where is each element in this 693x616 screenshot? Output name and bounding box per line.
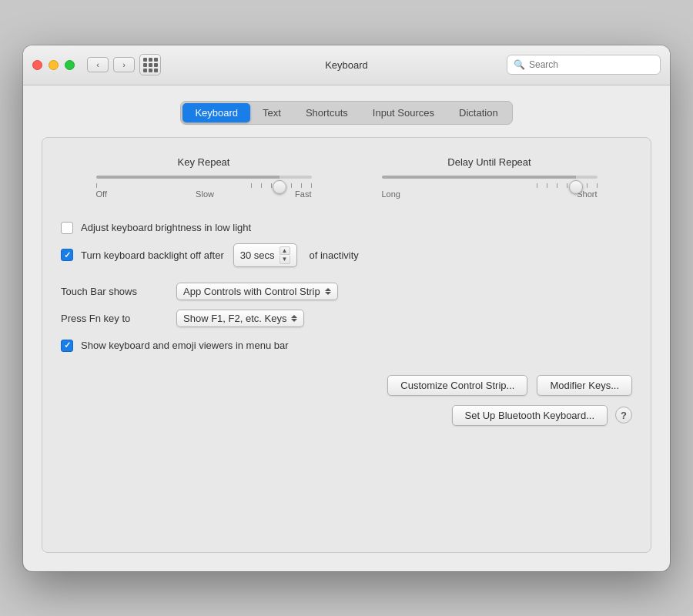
touch-bar-select[interactable]: App Controls with Control Strip bbox=[176, 283, 338, 300]
backlight-row: Turn keyboard backlight off after 30 sec… bbox=[61, 243, 632, 267]
backlight-control: 30 secs ▲ ▼ of inactivity bbox=[233, 243, 359, 267]
options-section: Touch Bar shows App Controls with Contro… bbox=[61, 283, 632, 327]
delay-repeat-group: Delay Until Repeat bbox=[382, 156, 598, 199]
fn-key-arrow bbox=[291, 315, 297, 322]
customize-control-strip-button[interactable]: Customize Control Strip... bbox=[387, 375, 527, 396]
tick bbox=[271, 183, 272, 188]
fn-key-select[interactable]: Show F1, F2, etc. Keys bbox=[176, 310, 304, 327]
tick bbox=[311, 183, 312, 188]
emoji-row: Show keyboard and emoji viewers in menu … bbox=[61, 340, 632, 352]
sliders-section: Key Repeat bbox=[61, 156, 632, 199]
tab-group: Keyboard Text Shortcuts Input Sources Di… bbox=[180, 101, 512, 125]
tick bbox=[251, 183, 252, 188]
inactivity-label: of inactivity bbox=[310, 249, 359, 261]
brightness-row: Adjust keyboard brightness in low light bbox=[61, 222, 632, 234]
content-area: Keyboard Text Shortcuts Input Sources Di… bbox=[23, 85, 670, 571]
modifier-keys-button[interactable]: Modifier Keys... bbox=[537, 375, 632, 396]
backlight-label: Turn keyboard backlight off after bbox=[81, 249, 224, 261]
tick bbox=[557, 183, 557, 188]
search-box[interactable]: 🔍 bbox=[507, 55, 661, 75]
fn-key-label: Press Fn key to bbox=[61, 313, 169, 324]
window-title: Keyboard bbox=[325, 59, 368, 71]
settings-panel: Key Repeat bbox=[42, 137, 651, 553]
backlight-timeout-value: 30 secs bbox=[240, 249, 275, 261]
tick bbox=[597, 183, 598, 188]
key-repeat-track bbox=[96, 176, 312, 179]
touch-bar-value: App Controls with Control Strip bbox=[183, 286, 320, 297]
brightness-checkbox[interactable] bbox=[61, 222, 73, 234]
key-repeat-slider-wrapper: Off Slow Fast bbox=[96, 176, 312, 199]
forward-button[interactable]: › bbox=[113, 57, 135, 72]
key-repeat-thumb[interactable] bbox=[273, 180, 286, 194]
backlight-checkbox[interactable] bbox=[61, 249, 73, 261]
tab-dictation[interactable]: Dictation bbox=[447, 103, 511, 122]
search-icon: 🔍 bbox=[514, 59, 525, 70]
key-repeat-fast-label: Fast bbox=[295, 189, 311, 199]
delay-repeat-long-label: Long bbox=[382, 189, 400, 199]
tick bbox=[587, 183, 588, 188]
maximize-button[interactable] bbox=[65, 60, 75, 70]
delay-repeat-track bbox=[382, 176, 598, 179]
arrow-up-icon bbox=[291, 315, 297, 318]
back-button[interactable]: ‹ bbox=[87, 57, 109, 72]
bottom-row-1: Customize Control Strip... Modifier Keys… bbox=[61, 375, 632, 396]
tick bbox=[96, 183, 97, 188]
tab-keyboard[interactable]: Keyboard bbox=[182, 103, 250, 122]
tick bbox=[547, 183, 547, 188]
tick bbox=[301, 183, 302, 188]
tick bbox=[291, 183, 292, 188]
setup-bluetooth-button[interactable]: Set Up Bluetooth Keyboard... bbox=[452, 405, 608, 426]
tab-text[interactable]: Text bbox=[250, 103, 293, 122]
close-button[interactable] bbox=[32, 60, 42, 70]
tab-input-sources[interactable]: Input Sources bbox=[360, 103, 447, 122]
backlight-stepper[interactable]: 30 secs ▲ ▼ bbox=[233, 243, 297, 267]
arrow-down-icon bbox=[325, 292, 331, 295]
stepper-up-button[interactable]: ▲ bbox=[280, 246, 290, 255]
fn-key-value: Show F1, F2, etc. Keys bbox=[183, 313, 286, 324]
minimize-button[interactable] bbox=[49, 60, 59, 70]
traffic-lights bbox=[32, 60, 75, 70]
stepper-down-button[interactable]: ▼ bbox=[280, 256, 290, 264]
touch-bar-row: Touch Bar shows App Controls with Contro… bbox=[61, 283, 632, 300]
titlebar: ‹ › Keyboard 🔍 bbox=[23, 45, 670, 85]
key-repeat-slow-label: Slow bbox=[196, 189, 214, 199]
touch-bar-label: Touch Bar shows bbox=[61, 286, 169, 297]
bottom-area: Customize Control Strip... Modifier Keys… bbox=[61, 375, 632, 426]
tick bbox=[261, 183, 262, 188]
brightness-label: Adjust keyboard brightness in low light bbox=[81, 222, 251, 233]
tick bbox=[537, 183, 537, 188]
emoji-label: Show keyboard and emoji viewers in menu … bbox=[81, 340, 289, 351]
arrow-up-icon bbox=[325, 288, 331, 291]
touch-bar-arrow bbox=[325, 288, 331, 295]
grid-button[interactable] bbox=[139, 54, 161, 75]
stepper-arrows: ▲ ▼ bbox=[280, 246, 290, 264]
key-repeat-group: Key Repeat bbox=[96, 156, 312, 199]
arrow-down-icon bbox=[291, 319, 297, 322]
help-button[interactable]: ? bbox=[615, 407, 632, 424]
keyboard-window: ‹ › Keyboard 🔍 Keyboard Text Shortcuts I… bbox=[23, 45, 670, 571]
tick bbox=[567, 183, 567, 188]
delay-repeat-slider-wrapper: Long Short bbox=[382, 176, 598, 199]
emoji-checkbox[interactable] bbox=[61, 340, 73, 352]
bottom-row-2: Set Up Bluetooth Keyboard... ? bbox=[61, 405, 632, 426]
fn-key-row: Press Fn key to Show F1, F2, etc. Keys bbox=[61, 310, 632, 327]
delay-repeat-label: Delay Until Repeat bbox=[447, 156, 531, 168]
key-repeat-off-label: Off bbox=[96, 189, 107, 199]
tab-shortcuts[interactable]: Shortcuts bbox=[293, 103, 360, 122]
key-repeat-label: Key Repeat bbox=[178, 156, 230, 168]
grid-icon bbox=[143, 58, 158, 72]
search-input[interactable] bbox=[529, 59, 654, 70]
nav-buttons: ‹ › bbox=[87, 57, 135, 72]
delay-repeat-labels: Long Short bbox=[382, 189, 598, 199]
tab-bar: Keyboard Text Shortcuts Input Sources Di… bbox=[42, 101, 651, 125]
delay-repeat-thumb[interactable] bbox=[569, 180, 583, 194]
